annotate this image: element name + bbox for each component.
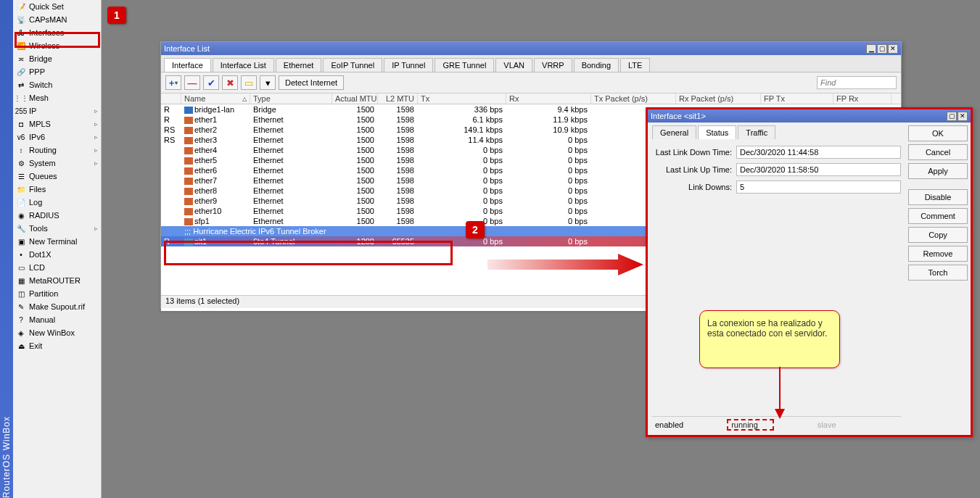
sidebar-label: Mesh	[29, 94, 49, 102]
chevron-right-icon: ▹	[94, 146, 98, 154]
tab-interface[interactable]: Interface	[164, 58, 211, 72]
detect-internet-button[interactable]: Detect Internet	[279, 75, 344, 90]
linkdowns-label: Link Downs:	[652, 183, 732, 191]
tab-traffic[interactable]: Traffic	[738, 125, 775, 139]
tab-lte[interactable]: LTE	[620, 58, 650, 72]
max-button[interactable]: ▢	[877, 44, 887, 54]
sidebar-label: Bridge	[29, 54, 52, 63]
tab-interface-list[interactable]: Interface List	[213, 58, 274, 72]
apply-button[interactable]: Apply	[908, 163, 968, 179]
menu-icon: ◘	[16, 119, 26, 129]
tab-eoip-tunnel[interactable]: EoIP Tunnel	[323, 58, 382, 72]
grid-header: Name△ Type Actual MTU L2 MTU Tx Rx Tx Pa…	[161, 93, 901, 104]
sidebar-label: New Terminal	[29, 237, 77, 246]
sidebar-item-metarouter[interactable]: ▦MetaROUTER	[13, 274, 101, 287]
sidebar-item-log[interactable]: 📄Log	[13, 196, 101, 209]
menu-icon: ⏏	[16, 341, 26, 351]
disable-button[interactable]: Disable	[908, 189, 968, 205]
chevron-right-icon: ▹	[94, 133, 98, 141]
menu-icon: ▭	[16, 262, 26, 273]
enable-button[interactable]: ✔	[203, 75, 219, 90]
app-title-bar: RouterOS WinBox	[0, 0, 13, 498]
sidebar-item-ip[interactable]: 255IP▹	[13, 104, 101, 117]
sidebar-label: Wireless	[29, 41, 59, 50]
sidebar-item-routing[interactable]: ↕Routing▹	[13, 144, 101, 157]
sidebar-item-radius[interactable]: ◉RADIUS	[13, 209, 101, 222]
close-button[interactable]: ✕	[958, 112, 968, 121]
sit-buttons: OKCancelApplyDisableCommentCopyRemoveTor…	[905, 123, 971, 435]
linkdowns-value[interactable]	[736, 180, 901, 194]
sit-tabs: GeneralStatusTraffic	[652, 125, 901, 139]
menu-icon: ⚙	[16, 158, 26, 168]
sidebar-label: Make Supout.rif	[29, 302, 85, 311]
window-interface-sit1: Interface <sit1> ▢ ✕ GeneralStatusTraffi…	[646, 107, 973, 437]
sidebar-label: MPLS	[29, 120, 51, 128]
tab-ethernet[interactable]: Ethernet	[276, 58, 322, 72]
ok-button[interactable]: OK	[908, 125, 968, 141]
running-status: running	[727, 419, 774, 431]
iface-icon	[184, 127, 193, 134]
sidebar-item-new-winbox[interactable]: ◈New WinBox	[13, 326, 101, 339]
sidebar-item-system[interactable]: ⚙System▹	[13, 157, 101, 170]
sidebar-item-exit[interactable]: ⏏Exit	[13, 339, 101, 352]
find-input[interactable]	[817, 76, 897, 89]
sidebar-item-dot1x[interactable]: •Dot1X	[13, 248, 101, 261]
sidebar-item-bridge[interactable]: ≍Bridge	[13, 52, 101, 65]
sidebar-item-tools[interactable]: 🔧Tools▹	[13, 222, 101, 235]
tab-general[interactable]: General	[652, 125, 696, 139]
tab-vrrp[interactable]: VRRP	[534, 58, 572, 72]
sidebar-label: IPv6	[29, 133, 45, 141]
tab-vlan[interactable]: VLAN	[495, 58, 532, 72]
menu-icon: ✎	[16, 302, 26, 312]
sidebar-item-quick-set[interactable]: 📝Quick Set	[13, 0, 101, 13]
sidebar-item-lcd[interactable]: ▭LCD	[13, 261, 101, 274]
enabled-status: enabled	[655, 420, 683, 429]
copy-button[interactable]: Copy	[908, 227, 968, 243]
sidebar-item-new-terminal[interactable]: ▣New Terminal	[13, 235, 101, 248]
sidebar: 📝Quick Set📡CAPsMAN🖧Interfaces📶Wireless≍B…	[13, 0, 102, 498]
tab-ip-tunnel[interactable]: IP Tunnel	[384, 58, 433, 72]
sidebar-item-ppp[interactable]: 🔗PPP	[13, 65, 101, 78]
torch-button[interactable]: Torch	[908, 265, 968, 281]
menu-icon: 255	[16, 106, 26, 116]
slave-status: slave	[818, 420, 836, 429]
window-titlebar[interactable]: Interface <sit1> ▢ ✕	[648, 109, 971, 123]
close-button[interactable]: ✕	[888, 44, 898, 54]
menu-icon: 📄	[16, 197, 26, 207]
cancel-button[interactable]: Cancel	[908, 144, 968, 160]
disable-button[interactable]: ✖	[222, 75, 238, 90]
sidebar-item-partition[interactable]: ◫Partition	[13, 287, 101, 300]
sidebar-item-wireless[interactable]: 📶Wireless	[13, 39, 101, 52]
sidebar-item-make-supout.rif[interactable]: ✎Make Supout.rif	[13, 300, 101, 313]
add-button[interactable]: +▾	[165, 75, 181, 90]
remove-button[interactable]: —	[184, 75, 200, 90]
min-button[interactable]: ▁	[866, 44, 876, 54]
tab-bonding[interactable]: Bonding	[574, 58, 619, 72]
sidebar-item-capsman[interactable]: 📡CAPsMAN	[13, 13, 101, 26]
filter-button[interactable]: ▾	[260, 75, 276, 90]
sidebar-item-manual[interactable]: ?Manual	[13, 313, 101, 326]
sidebar-item-mesh[interactable]: ⋮⋮Mesh	[13, 91, 101, 104]
comment-button[interactable]: Comment	[908, 208, 968, 224]
sidebar-label: Routing	[29, 146, 57, 154]
tab-status[interactable]: Status	[698, 125, 736, 139]
max-button[interactable]: ▢	[947, 112, 957, 121]
up-value[interactable]	[736, 163, 901, 176]
sidebar-item-mpls[interactable]: ◘MPLS▹	[13, 117, 101, 130]
window-titlebar[interactable]: Interface List ▁ ▢ ✕	[161, 42, 901, 55]
menu-icon: •	[16, 249, 26, 260]
remove-button[interactable]: Remove	[908, 246, 968, 262]
tab-gre-tunnel[interactable]: GRE Tunnel	[435, 58, 494, 72]
menu-icon: ?	[16, 315, 26, 325]
sidebar-item-interfaces[interactable]: 🖧Interfaces	[13, 26, 101, 39]
sidebar-item-ipv6[interactable]: v6IPv6▹	[13, 130, 101, 144]
down-label: Last Link Down Time:	[652, 148, 732, 157]
menu-icon: ◫	[16, 289, 26, 299]
toolbar: +▾ — ✔ ✖ ▭ ▾ Detect Internet	[161, 72, 901, 93]
down-value[interactable]	[736, 146, 901, 159]
sidebar-item-files[interactable]: 📁Files	[13, 183, 101, 196]
sidebar-label: CAPsMAN	[29, 15, 67, 24]
sidebar-item-queues[interactable]: ☰Queues	[13, 170, 101, 183]
sidebar-item-switch[interactable]: ⇄Switch	[13, 78, 101, 91]
comment-button[interactable]: ▭	[241, 75, 257, 90]
